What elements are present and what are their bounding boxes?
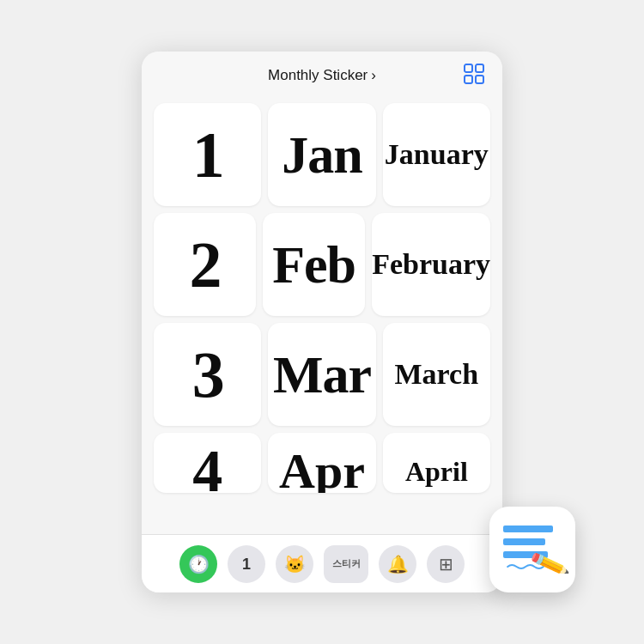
month-3-number: 3: [192, 342, 223, 407]
month-2-number: 2: [190, 232, 221, 297]
svg-rect-2: [465, 76, 472, 83]
sticker-cell-3-number[interactable]: 3: [154, 323, 261, 426]
grid-view-icon[interactable]: [463, 63, 485, 85]
note-line-1: [503, 526, 553, 532]
bottom-toolbar: 🕐 1 🐱 스티커 🔔 ⊞: [142, 534, 502, 592]
sticker-cell-1-number[interactable]: 1: [154, 103, 261, 206]
month-1-full: January: [385, 140, 489, 169]
timer-icon: 🕐: [188, 556, 210, 573]
sticker-cell-3-full[interactable]: March: [383, 323, 490, 426]
svg-rect-3: [476, 76, 483, 83]
sticker-cell-4-number[interactable]: 4: [154, 433, 261, 493]
sticker-cell-2-number[interactable]: 2: [154, 213, 256, 316]
sticker-panel: Monthly Sticker › 1 Jan: [142, 52, 502, 592]
month-4-abbr: Apr: [279, 447, 365, 493]
svg-rect-1: [476, 64, 483, 72]
sticker-cell-2-full[interactable]: February: [372, 213, 490, 316]
sticker-cell-4-abbr[interactable]: Apr: [268, 433, 375, 493]
toolbar-btn-bell[interactable]: 🔔: [379, 545, 416, 583]
svg-rect-0: [465, 64, 472, 72]
month-1-abbr: Jan: [282, 128, 361, 181]
sticker-cell-3-abbr[interactable]: Mar: [268, 323, 375, 426]
month-1-number: 1: [192, 122, 223, 187]
toolbar-btn-grid2[interactable]: ⊞: [427, 545, 465, 583]
toolbar-btn-face[interactable]: 🐱: [276, 545, 313, 583]
number-icon: 1: [242, 556, 251, 572]
sticker-row-1: 1 Jan January: [154, 103, 490, 206]
app-icon-inner: ✏️: [498, 515, 567, 584]
sticker-cell-2-abbr[interactable]: Feb: [263, 213, 365, 316]
toolbar-btn-number[interactable]: 1: [228, 545, 265, 583]
toolbar-btn-timer[interactable]: 🕐: [179, 545, 217, 583]
panel-header: Monthly Sticker ›: [142, 52, 502, 96]
scene: Monthly Sticker › 1 Jan: [0, 0, 644, 644]
sticker-row-2: 2 Feb February: [154, 213, 490, 316]
month-2-full: February: [372, 250, 490, 279]
grid2-icon: ⊞: [439, 556, 453, 573]
sticker-cell-1-full[interactable]: January: [383, 103, 490, 206]
header-chevron: ›: [371, 67, 376, 84]
toolbar-btn-sticker[interactable]: 스티커: [324, 545, 368, 583]
sticker-label: 스티커: [332, 557, 361, 570]
bell-icon: 🔔: [387, 556, 409, 573]
face-icon: 🐱: [284, 556, 306, 573]
sticker-grid: 1 Jan January 2 Feb February: [142, 96, 502, 534]
month-4-full: April: [405, 458, 468, 485]
sticker-cell-1-abbr[interactable]: Jan: [268, 103, 375, 206]
sticker-row-3: 3 Mar March: [154, 323, 490, 426]
note-line-2: [503, 538, 545, 545]
month-3-full: March: [395, 360, 479, 389]
app-icon[interactable]: ✏️: [489, 507, 575, 592]
month-2-abbr: Feb: [272, 238, 355, 291]
panel-title: Monthly Sticker: [268, 67, 368, 84]
month-3-abbr: Mar: [273, 348, 371, 401]
sticker-cell-4-full[interactable]: April: [383, 433, 490, 493]
header-title-group[interactable]: Monthly Sticker ›: [268, 67, 376, 84]
month-4-number: 4: [192, 441, 222, 493]
sticker-row-4: 4 Apr April: [154, 433, 490, 493]
